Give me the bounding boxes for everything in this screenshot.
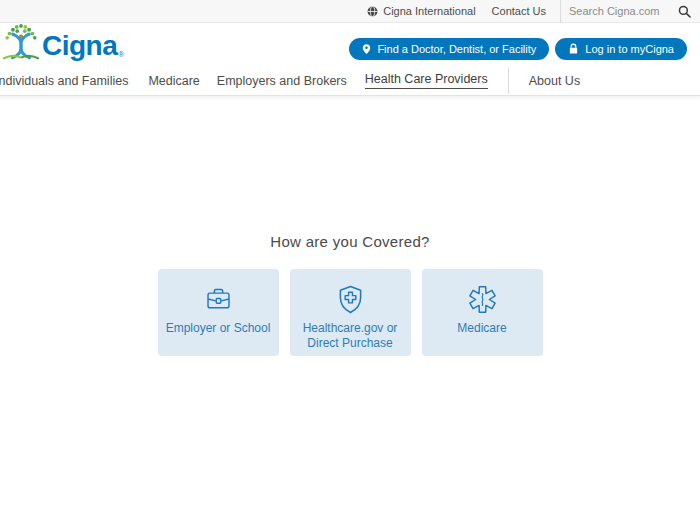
brand-bar: Cigna ® Find a Doctor, Dentist, or Facil… (0, 23, 700, 70)
location-pin-icon (362, 43, 371, 55)
login-label: Log in to myCigna (585, 43, 674, 55)
cigna-international-link[interactable]: Cigna International (367, 5, 475, 17)
cigna-logo[interactable]: Cigna ® (2, 24, 124, 64)
cigna-tree-icon (2, 24, 40, 64)
nav-health-care-providers[interactable]: Health Care Providers (365, 72, 488, 89)
header-actions: Find a Doctor, Dentist, or Facility Log … (349, 38, 687, 60)
nav-employers-and-brokers[interactable]: Employers and Brokers (217, 74, 347, 88)
card-healthcare-gov[interactable]: Healthcare.gov or Direct Purchase (290, 269, 411, 356)
coverage-cards: Employer or School Healthcare.gov or Dir… (0, 269, 700, 356)
login-button[interactable]: Log in to myCigna (555, 38, 687, 60)
search-input[interactable] (569, 5, 674, 17)
lock-icon (568, 43, 579, 55)
nav-individuals-and-families[interactable]: Individuals and Families (0, 74, 128, 88)
cigna-wordmark: Cigna (42, 32, 117, 60)
card-label: Medicare (457, 321, 506, 336)
card-label: Healthcare.gov or Direct Purchase (296, 321, 404, 351)
nav-about-us[interactable]: About Us (529, 74, 580, 88)
nav-medicare[interactable]: Medicare (148, 74, 199, 88)
card-employer-or-school[interactable]: Employer or School (158, 269, 279, 356)
find-doctor-button[interactable]: Find a Doctor, Dentist, or Facility (349, 38, 549, 60)
find-doctor-label: Find a Doctor, Dentist, or Facility (377, 43, 536, 55)
nav-divider (508, 68, 509, 94)
page-title: How are you Covered? (0, 233, 700, 250)
utility-bar: Cigna International Contact Us (0, 0, 700, 23)
site-search (560, 0, 700, 23)
main-content: How are you Covered? Employer or School (0, 96, 700, 356)
cigna-international-label: Cigna International (383, 5, 475, 17)
card-label: Employer or School (166, 321, 271, 336)
shield-cross-icon (337, 281, 364, 317)
primary-nav: Individuals and Families Medicare Employ… (0, 70, 700, 96)
registered-trademark: ® (118, 50, 124, 59)
globe-icon (367, 6, 378, 17)
contact-us-label: Contact Us (492, 5, 546, 17)
search-button[interactable] (674, 5, 700, 18)
contact-us-link[interactable]: Contact Us (492, 5, 546, 17)
star-of-life-icon (467, 281, 498, 317)
briefcase-icon (203, 281, 234, 317)
card-medicare[interactable]: Medicare (422, 269, 543, 356)
search-icon (678, 5, 691, 18)
